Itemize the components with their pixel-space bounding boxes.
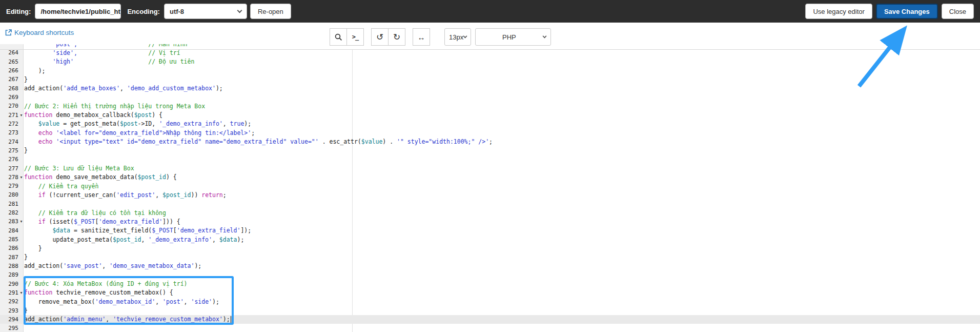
code-text: echo '<label for="demo_extra_field">Nhập… xyxy=(24,129,255,136)
line-number: 283 xyxy=(0,218,18,225)
line-number: 275 xyxy=(0,147,18,154)
code-text: $value = get_post_meta($post->ID, '_demo… xyxy=(24,120,251,127)
code-line-291[interactable]: 291▾function techvie_remove_custom_metab… xyxy=(0,288,980,297)
undo-icon: ↺ xyxy=(376,32,383,43)
code-line-295[interactable]: 295 xyxy=(0,324,980,332)
code-text: $data = sanitize_text_field($_POST['demo… xyxy=(24,227,251,234)
terminal-button[interactable]: >_ xyxy=(346,28,364,46)
code-line-289[interactable]: 289 xyxy=(0,270,980,279)
fold-arrow-icon[interactable]: ▾ xyxy=(18,290,24,295)
line-number: 288 xyxy=(0,263,18,269)
toolbar-separator xyxy=(0,49,980,50)
redo-button[interactable]: ↻ xyxy=(388,28,405,46)
code-line-269[interactable]: 269 xyxy=(0,93,980,102)
line-number: 278 xyxy=(0,174,18,181)
fold-arrow-icon[interactable]: ▾ xyxy=(18,175,24,180)
code-text: // Bước 2: Hiển thị trường nhập liệu tro… xyxy=(24,103,205,110)
code-line-267[interactable]: 267} xyxy=(0,75,980,84)
encoding-select[interactable]: utf-8 xyxy=(164,4,247,19)
code-line-271[interactable]: 271▾function demo_metabox_callback($post… xyxy=(0,111,980,120)
line-number: 274 xyxy=(0,139,18,145)
code-text: 'high' // Độ ưu tiên xyxy=(24,58,194,65)
code-text: if (isset($_POST['demo_extra_field'])) { xyxy=(24,218,180,225)
fold-arrow-icon[interactable]: ▾ xyxy=(18,113,24,118)
editor-toolbar: >_ ↺ ↻ ↔ 13px PHP xyxy=(330,28,551,46)
code-text: add_action('admin_menu', 'techvie_remove… xyxy=(24,316,231,323)
code-text: } xyxy=(24,147,28,154)
code-line-270[interactable]: 270// Bước 2: Hiển thị trường nhập liệu … xyxy=(0,102,980,110)
line-number: 272 xyxy=(0,121,18,127)
external-link-icon xyxy=(5,29,12,36)
whitespace-width-button[interactable]: ↔ xyxy=(413,28,430,46)
line-number: 291 xyxy=(0,289,18,296)
chevron-down-icon xyxy=(463,34,467,38)
code-line-284[interactable]: 284 $data = sanitize_text_field($_POST['… xyxy=(0,226,980,235)
code-text: echo '<input type="text" id="demo_extra_… xyxy=(24,138,493,145)
line-number: 268 xyxy=(0,85,18,92)
code-line-268[interactable]: 268add_action('add_meta_boxes', 'demo_ad… xyxy=(0,84,980,93)
fold-arrow-icon[interactable]: ▾ xyxy=(18,219,24,224)
syntax-mode-select[interactable]: PHP xyxy=(475,28,551,46)
keyboard-shortcuts-label: Keyboard shortcuts xyxy=(14,29,74,36)
line-number: 269 xyxy=(0,94,18,101)
code-line-272[interactable]: 272 $value = get_post_meta($post->ID, '_… xyxy=(0,120,980,128)
code-line-279[interactable]: 279 // Kiểm tra quyền xyxy=(0,182,980,190)
line-number: 282 xyxy=(0,209,18,216)
line-number: 281 xyxy=(0,201,18,207)
code-line-276[interactable]: 276 xyxy=(0,155,980,164)
code-editor-window: Editing: /home/techvie1/public_ht Encodi… xyxy=(0,0,980,332)
code-text: add_action('save_post', 'demo_save_metab… xyxy=(24,262,201,269)
code-line-293[interactable]: 293} xyxy=(0,306,980,315)
search-button[interactable] xyxy=(330,28,347,46)
code-line-273[interactable]: 273 echo '<label for="demo_extra_field">… xyxy=(0,128,980,137)
code-text: // Kiểm tra dữ liệu có tồn tại không xyxy=(24,209,166,217)
code-line-294[interactable]: 294add_action('admin_menu', 'techvie_rem… xyxy=(0,315,980,324)
code-line-266[interactable]: 266 ); xyxy=(0,66,980,75)
line-number: 265 xyxy=(0,58,18,65)
undo-button[interactable]: ↺ xyxy=(371,28,389,46)
code-line-277[interactable]: 277// Bước 3: Lưu dữ liệu Meta Box xyxy=(0,164,980,172)
code-text: // Bước 3: Lưu dữ liệu Meta Box xyxy=(24,165,134,172)
code-line-281[interactable]: 281 xyxy=(0,200,980,208)
code-line-285[interactable]: 285 update_post_meta($post_id, '_demo_ex… xyxy=(0,235,980,244)
line-number: 286 xyxy=(0,245,18,251)
code-line-278[interactable]: 278▾function demo_save_metabox_data($pos… xyxy=(0,173,980,182)
reopen-button[interactable]: Re-open xyxy=(250,4,291,19)
line-number: 271 xyxy=(0,112,18,119)
code-line-283[interactable]: 283▾ if (isset($_POST['demo_extra_field'… xyxy=(0,217,980,226)
use-legacy-editor-button[interactable]: Use legacy editor xyxy=(805,4,872,19)
search-icon xyxy=(335,33,342,41)
font-size-select[interactable]: 13px xyxy=(444,28,471,46)
line-number: 292 xyxy=(0,298,18,305)
code-line-275[interactable]: 275} xyxy=(0,146,980,155)
code-text: add_action('add_meta_boxes', 'demo_add_c… xyxy=(24,85,223,92)
code-line-288[interactable]: 288add_action('save_post', 'demo_save_me… xyxy=(0,262,980,270)
code-text: if (!current_user_can('edit_post', $post… xyxy=(24,191,227,199)
line-number: 289 xyxy=(0,271,18,278)
line-number: 293 xyxy=(0,307,18,314)
code-line-280[interactable]: 280 if (!current_user_can('edit_post', $… xyxy=(0,190,980,199)
code-line-287[interactable]: 287} xyxy=(0,253,980,262)
code-text: function techvie_remove_custom_metabox()… xyxy=(24,289,173,296)
code-text: update_post_meta($post_id, '_demo_extra_… xyxy=(24,236,244,243)
code-line-265[interactable]: 265 'high' // Độ ưu tiên xyxy=(0,57,980,66)
line-number: 285 xyxy=(0,236,18,243)
chevron-down-icon xyxy=(237,8,242,13)
save-changes-button[interactable]: Save Changes xyxy=(876,4,938,19)
code-editor-area[interactable]: 'post', // Màn hình264 'side', // Vị trí… xyxy=(0,40,980,332)
code-text: remove_meta_box('demo_metabox_id', 'post… xyxy=(24,298,219,305)
line-number: 290 xyxy=(0,281,18,287)
code-line-292[interactable]: 292 remove_meta_box('demo_metabox_id', '… xyxy=(0,297,980,306)
code-line-286[interactable]: 286 } xyxy=(0,244,980,252)
code-line-282[interactable]: 282 // Kiểm tra dữ liệu có tồn tại không xyxy=(0,208,980,217)
line-number: 277 xyxy=(0,165,18,172)
whitespace-width-icon: ↔ xyxy=(418,33,425,42)
close-button[interactable]: Close xyxy=(942,4,974,19)
line-number: 279 xyxy=(0,183,18,189)
syntax-mode-value: PHP xyxy=(502,33,516,41)
code-line-290[interactable]: 290// Bước 4: Xóa MetaBox (đúng ID + đún… xyxy=(0,279,980,288)
keyboard-shortcuts-link[interactable]: Keyboard shortcuts xyxy=(5,29,74,36)
code-line-274[interactable]: 274 echo '<input type="text" id="demo_ex… xyxy=(0,137,980,146)
file-path-field[interactable]: /home/techvie1/public_ht xyxy=(35,4,121,19)
code-text: } xyxy=(24,245,42,252)
